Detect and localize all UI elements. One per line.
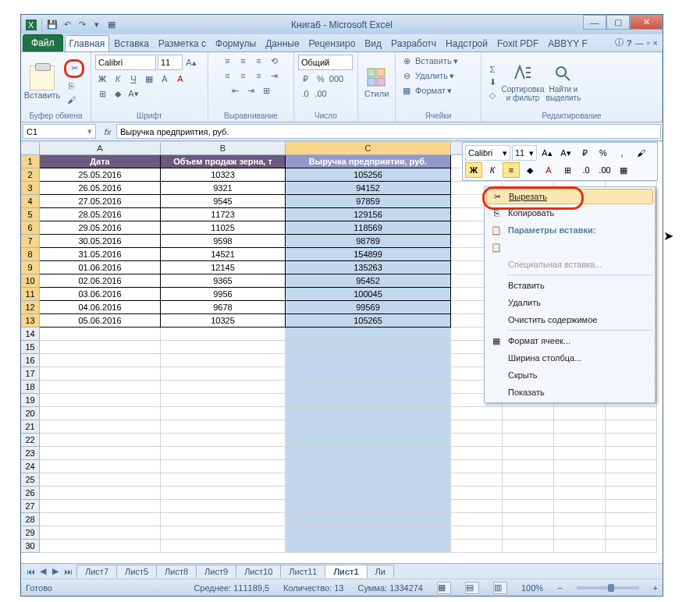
- cell-blank[interactable]: [161, 473, 286, 487]
- tab-abbyy[interactable]: ABBYY F: [543, 35, 592, 51]
- view-normal-icon[interactable]: ▦: [437, 582, 451, 594]
- mini-shrink-icon[interactable]: A▾: [557, 145, 574, 161]
- cell-C11[interactable]: 100045: [286, 288, 451, 301]
- mini-currency-icon[interactable]: ₽: [576, 145, 593, 161]
- cell-A8[interactable]: 31.05.2016: [40, 248, 161, 261]
- row-header-29[interactable]: 29: [21, 526, 40, 540]
- cell-C6[interactable]: 118569: [286, 221, 451, 235]
- cell-blank[interactable]: [554, 460, 606, 473]
- cell-A10[interactable]: 02.06.2016: [40, 274, 161, 288]
- cell-blank[interactable]: [40, 447, 161, 460]
- cell-blank[interactable]: [161, 341, 286, 354]
- cell-C20[interactable]: [286, 407, 451, 420]
- align-center-icon[interactable]: ≡: [236, 69, 251, 82]
- zoom-out-icon[interactable]: −: [557, 583, 562, 593]
- row-header-13[interactable]: 13: [21, 314, 40, 328]
- cell-blank[interactable]: [606, 473, 657, 487]
- font-color-icon[interactable]: A: [173, 73, 187, 85]
- cell-C28[interactable]: [286, 513, 451, 526]
- mini-grow-icon[interactable]: A▴: [538, 145, 556, 161]
- qat-extra-icon[interactable]: ▦: [105, 18, 119, 32]
- cell-blank[interactable]: [161, 420, 286, 434]
- cell-B5[interactable]: 11723: [161, 208, 286, 221]
- row-header-4[interactable]: 4: [21, 195, 40, 208]
- cell-A9[interactable]: 01.06.2016: [40, 261, 161, 274]
- view-page-break-icon[interactable]: ▥: [493, 582, 507, 594]
- cell-blank[interactable]: [503, 473, 554, 487]
- cell-C29[interactable]: [286, 526, 451, 540]
- tab-data[interactable]: Данные: [261, 35, 304, 51]
- fill-dropdown-icon[interactable]: ◆: [111, 87, 125, 100]
- save-icon[interactable]: 💾: [45, 18, 59, 32]
- sheet-nav-first-icon[interactable]: ⏮: [24, 565, 37, 578]
- align-bot-icon[interactable]: ≡: [252, 55, 266, 67]
- cell-C23[interactable]: [286, 447, 451, 460]
- number-format-select[interactable]: [298, 55, 353, 70]
- merge-icon[interactable]: ⊞: [260, 84, 274, 97]
- cut-icon[interactable]: ✂: [67, 62, 81, 75]
- cell-blank[interactable]: [606, 487, 657, 500]
- cell-blank[interactable]: [40, 367, 161, 381]
- cell-C18[interactable]: [286, 381, 451, 394]
- cell-C22[interactable]: [286, 434, 451, 447]
- cell-C27[interactable]: [286, 500, 451, 513]
- delete-icon[interactable]: ⊖: [400, 69, 414, 82]
- cell-B7[interactable]: 9598: [161, 235, 286, 248]
- zoom-in-icon[interactable]: +: [653, 583, 658, 593]
- cell-blank[interactable]: [161, 328, 286, 341]
- cell-blank[interactable]: [606, 500, 657, 513]
- row-header-8[interactable]: 8: [21, 248, 40, 261]
- cell-A13[interactable]: 05.06.2016: [40, 314, 161, 328]
- cell-blank[interactable]: [554, 500, 606, 513]
- tab-formulas[interactable]: Формулы: [211, 35, 261, 51]
- ctx-format-cells[interactable]: ▦Формат ячеек...: [486, 332, 653, 349]
- col-header-B[interactable]: B: [161, 142, 286, 155]
- row-header-12[interactable]: 12: [21, 301, 40, 314]
- row-header-15[interactable]: 15: [21, 341, 40, 354]
- cell-blank[interactable]: [554, 407, 606, 420]
- cell-C30[interactable]: [286, 540, 451, 553]
- cell-C21[interactable]: [286, 420, 451, 434]
- cell-C3[interactable]: 94152: [286, 182, 451, 195]
- align-right-icon[interactable]: ≡: [252, 69, 266, 82]
- cell-blank[interactable]: [451, 434, 503, 447]
- cell-blank[interactable]: [161, 500, 286, 513]
- cell-blank[interactable]: [40, 540, 161, 553]
- cell-blank[interactable]: [606, 420, 657, 434]
- cell-blank[interactable]: [161, 513, 286, 526]
- dec-decimal-icon[interactable]: .00: [314, 87, 328, 100]
- tab-dev[interactable]: Разработч: [386, 35, 441, 51]
- ctx-copy[interactable]: ⎘Копировать: [486, 204, 653, 221]
- ctx-delete[interactable]: Удалить: [486, 294, 653, 311]
- sheet-tab-Ли[interactable]: Ли: [367, 565, 394, 578]
- cell-blank[interactable]: [161, 367, 286, 381]
- cell-blank[interactable]: [451, 460, 503, 473]
- cell-C19[interactable]: [286, 394, 451, 407]
- mini-incdec-icon[interactable]: .0: [577, 162, 595, 178]
- cell-blank[interactable]: [606, 407, 657, 420]
- mini-fontcolor-icon[interactable]: A: [540, 162, 557, 178]
- cell-blank[interactable]: [40, 434, 161, 447]
- wrap-icon[interactable]: ⇥: [268, 69, 282, 82]
- cell-C13[interactable]: 105265: [286, 314, 451, 328]
- cell-A5[interactable]: 28.05.2016: [40, 208, 161, 221]
- autosum-icon[interactable]: Σ: [485, 63, 499, 76]
- cell-blank[interactable]: [40, 526, 161, 540]
- ctx-clear[interactable]: Очистить содержимое: [486, 311, 653, 328]
- mini-decdec-icon[interactable]: .00: [596, 162, 613, 178]
- cell-blank[interactable]: [40, 394, 161, 407]
- cell-B13[interactable]: 10325: [161, 314, 286, 328]
- cell-blank[interactable]: [503, 500, 554, 513]
- font-size-select[interactable]: [158, 55, 183, 70]
- cell-blank[interactable]: [161, 526, 286, 540]
- cell-C8[interactable]: 154899: [286, 248, 451, 261]
- cell-blank[interactable]: [161, 407, 286, 420]
- cell-blank[interactable]: [40, 328, 161, 341]
- inc-decimal-icon[interactable]: .0: [298, 87, 312, 100]
- cell-C12[interactable]: 99569: [286, 301, 451, 314]
- percent-icon[interactable]: %: [314, 73, 328, 85]
- cell-blank[interactable]: [161, 394, 286, 407]
- tab-review[interactable]: Рецензиро: [304, 35, 361, 51]
- cell-B9[interactable]: 12145: [161, 261, 286, 274]
- cell-C25[interactable]: [286, 473, 451, 487]
